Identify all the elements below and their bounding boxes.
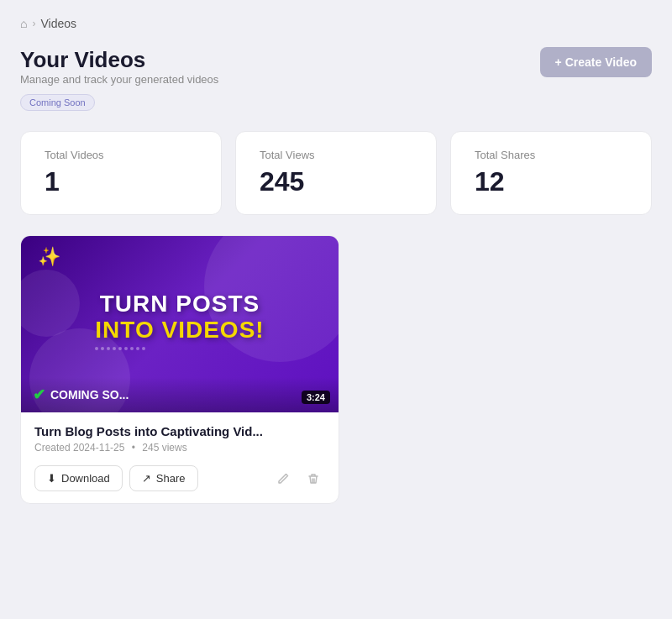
download-button[interactable]: ⬇ Download bbox=[34, 465, 123, 491]
coming-soon-badge: Coming Soon bbox=[20, 94, 95, 111]
page-subtitle: Manage and track your generated videos bbox=[20, 73, 218, 86]
edit-button[interactable] bbox=[271, 467, 295, 490]
download-icon: ⬇ bbox=[47, 472, 56, 485]
sparkle-icon: ✨ bbox=[38, 246, 60, 268]
breadcrumb-current: Videos bbox=[40, 17, 76, 30]
stat-card-shares: Total Shares 12 bbox=[450, 131, 652, 215]
delete-button[interactable] bbox=[302, 467, 325, 490]
home-icon[interactable]: ⌂ bbox=[20, 17, 27, 30]
video-actions: ⬇ Download ↗ Share bbox=[34, 465, 325, 491]
video-created-date: Created 2024-11-25 bbox=[34, 442, 124, 454]
thumbnail-coming-soon: COMING SO... bbox=[50, 388, 129, 401]
header-row: Your Videos Manage and track your genera… bbox=[20, 47, 652, 126]
meta-dot: • bbox=[132, 442, 135, 454]
video-title: Turn Blog Posts into Captivating Vid... bbox=[34, 424, 325, 438]
stats-row: Total Videos 1 Total Views 245 Total Sha… bbox=[20, 131, 652, 215]
page-wrapper: ⌂ › Videos Your Videos Manage and track … bbox=[0, 0, 672, 619]
share-button[interactable]: ↗ Share bbox=[129, 465, 198, 491]
stat-label-videos: Total Videos bbox=[45, 149, 197, 161]
thumbnail-bottom-bar: ✔ COMING SO... bbox=[21, 377, 339, 412]
breadcrumb: ⌂ › Videos bbox=[20, 17, 652, 30]
thumbnail-line2: INTO VIDEOS! bbox=[95, 317, 264, 344]
bg-circle-3 bbox=[21, 270, 80, 337]
video-info: Turn Blog Posts into Captivating Vid... … bbox=[21, 412, 339, 503]
thumbnail-line1: TURN POSTS bbox=[95, 291, 264, 317]
breadcrumb-separator: › bbox=[32, 18, 35, 29]
video-card: ✨ TURN POSTS INTO VIDEOS! ✔ COMING SO...… bbox=[20, 235, 339, 504]
stat-value-shares: 12 bbox=[475, 166, 627, 197]
stat-label-shares: Total Shares bbox=[475, 149, 627, 161]
thumbnail-text: TURN POSTS INTO VIDEOS! bbox=[78, 275, 281, 374]
download-label: Download bbox=[61, 472, 110, 485]
video-thumbnail[interactable]: ✨ TURN POSTS INTO VIDEOS! ✔ COMING SO...… bbox=[21, 236, 339, 412]
video-meta: Created 2024-11-25 • 245 views bbox=[34, 442, 325, 454]
stat-value-videos: 1 bbox=[45, 166, 197, 197]
share-label: Share bbox=[156, 472, 186, 485]
duration-badge: 3:24 bbox=[302, 391, 330, 404]
stat-card-videos: Total Videos 1 bbox=[20, 131, 222, 215]
stat-card-views: Total Views 245 bbox=[235, 131, 437, 215]
video-views: 245 views bbox=[142, 442, 186, 454]
trash-icon bbox=[307, 472, 320, 485]
page-title: Your Videos bbox=[20, 47, 218, 73]
pencil-icon bbox=[276, 472, 290, 485]
dots-decoration bbox=[95, 347, 264, 350]
create-video-button[interactable]: + Create Video bbox=[540, 47, 652, 77]
checkmark-icon: ✔ bbox=[33, 386, 45, 404]
stat-label-views: Total Views bbox=[260, 149, 412, 161]
stat-value-views: 245 bbox=[260, 166, 412, 197]
share-icon: ↗ bbox=[142, 472, 151, 485]
